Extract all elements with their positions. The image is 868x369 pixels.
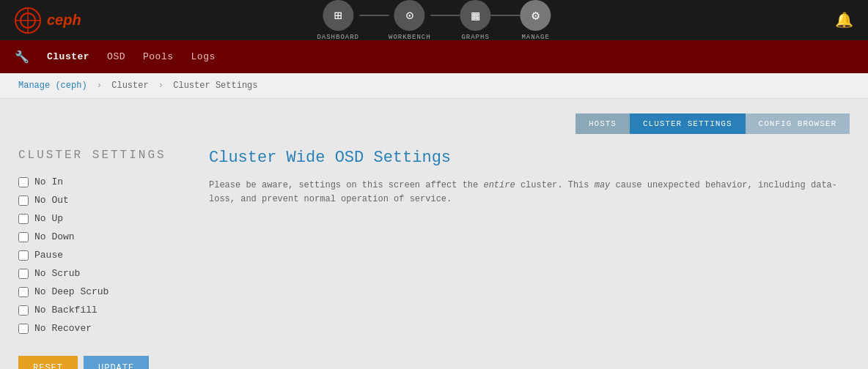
graphs-label: GRAPHS	[461, 34, 489, 41]
breadcrumb-cluster-settings: Cluster Settings	[173, 81, 257, 91]
breadcrumb: Manage (ceph) › Cluster › Cluster Settin…	[0, 73, 868, 99]
osd-desc-part1: Please be aware, settings on this screen…	[209, 180, 483, 190]
checkbox-no-recover-label: No Recover	[34, 323, 92, 334]
osd-settings-description: Please be aware, settings on this screen…	[209, 179, 850, 206]
notifications-bell-icon[interactable]: 🔔	[835, 11, 853, 29]
checkbox-no-in-input[interactable]	[18, 177, 29, 187]
checkbox-no-backfill-input[interactable]	[18, 305, 29, 316]
nav-item-dashboard[interactable]: ⊞ DASHBOARD	[317, 0, 359, 41]
dashboard-label: DASHBOARD	[317, 34, 359, 41]
breadcrumb-manage[interactable]: Manage (ceph)	[18, 81, 87, 91]
reset-button[interactable]: RESET	[18, 356, 78, 369]
nav-item-workbench[interactable]: ⊙ WORKBENCH	[389, 0, 431, 41]
checkbox-no-out[interactable]: No Out	[18, 195, 180, 206]
checkbox-no-scrub[interactable]: No Scrub	[18, 268, 180, 279]
checkbox-no-down-label: No Down	[34, 231, 75, 242]
top-navigation: ceph ⊞ DASHBOARD ⊙ WORKBENCH ▦ GRAPHS ⚙ …	[0, 0, 868, 40]
checkbox-pause-label: Pause	[34, 250, 63, 261]
checkbox-no-scrub-input[interactable]	[18, 269, 29, 279]
dashboard-icon: ⊞	[323, 0, 353, 31]
checkbox-pause-input[interactable]	[18, 250, 29, 261]
checkbox-no-deep-scrub-label: No Deep Scrub	[34, 286, 108, 297]
main-nav: ⊞ DASHBOARD ⊙ WORKBENCH ▦ GRAPHS ⚙ MANAG…	[317, 0, 551, 41]
checkbox-no-in[interactable]: No In	[18, 176, 180, 187]
osd-desc-italic1: entire	[483, 180, 515, 190]
content-area: CLUSTER SETTINGS No In No Out No Up No D…	[18, 149, 850, 369]
graphs-icon: ▦	[460, 0, 491, 31]
checkbox-no-up-input[interactable]	[18, 214, 29, 224]
checkbox-no-backfill-label: No Backfill	[34, 305, 98, 316]
manage-icon: ⚙	[521, 0, 551, 31]
checkbox-pause[interactable]: Pause	[18, 250, 180, 261]
checkbox-no-backfill[interactable]: No Backfill	[18, 305, 180, 316]
checkbox-no-up-label: No Up	[34, 213, 63, 224]
nav-item-graphs[interactable]: ▦ GRAPHS	[460, 0, 491, 41]
subnav-osd[interactable]: OSD	[98, 51, 134, 62]
checkbox-no-down[interactable]: No Down	[18, 231, 180, 242]
checkbox-no-up[interactable]: No Up	[18, 213, 180, 224]
nav-item-manage[interactable]: ⚙ MANAGE	[521, 0, 551, 41]
breadcrumb-sep-2: ›	[158, 81, 163, 91]
breadcrumb-cluster: Cluster	[111, 81, 148, 91]
workbench-icon: ⊙	[394, 0, 425, 31]
manage-label: MANAGE	[521, 34, 549, 41]
checkbox-no-down-input[interactable]	[18, 232, 29, 242]
app-name: ceph	[47, 12, 81, 29]
bottom-buttons: RESET UPDATE	[18, 356, 180, 369]
tabs-row: HOSTS CLUSTER SETTINGS CONFIG BROWSER	[18, 113, 850, 134]
checkbox-no-recover[interactable]: No Recover	[18, 323, 180, 334]
nav-connector-2	[431, 15, 460, 16]
ceph-logo-icon	[15, 7, 41, 34]
tab-cluster-settings[interactable]: CLUSTER SETTINGS	[630, 113, 746, 134]
logo: ceph	[15, 7, 81, 34]
checkbox-no-deep-scrub[interactable]: No Deep Scrub	[18, 286, 180, 297]
nav-connector-1	[359, 15, 389, 16]
sub-navigation: 🔧 Cluster OSD Pools Logs	[0, 40, 868, 73]
subnav-logs[interactable]: Logs	[183, 51, 224, 62]
checkbox-list: No In No Out No Up No Down Pause	[18, 176, 180, 334]
update-button[interactable]: UPDATE	[84, 356, 149, 369]
checkbox-no-out-input[interactable]	[18, 195, 29, 206]
subnav-pools[interactable]: Pools	[134, 51, 183, 62]
osd-desc-italic2: may	[595, 180, 611, 190]
osd-desc-part2: cluster. This	[515, 180, 595, 190]
nav-connector-3	[491, 15, 521, 16]
checkbox-no-out-label: No Out	[34, 195, 69, 206]
wrench-icon: 🔧	[15, 50, 29, 64]
checkbox-no-scrub-label: No Scrub	[34, 268, 80, 279]
tab-hosts[interactable]: HOSTS	[575, 113, 630, 134]
main-content: HOSTS CLUSTER SETTINGS CONFIG BROWSER CL…	[0, 99, 868, 369]
tab-config-browser[interactable]: CONFIG BROWSER	[746, 113, 850, 134]
checkbox-no-deep-scrub-input[interactable]	[18, 287, 29, 297]
osd-settings-title: Cluster Wide OSD Settings	[209, 149, 850, 167]
checkbox-no-in-label: No In	[34, 176, 63, 187]
checkbox-no-recover-input[interactable]	[18, 324, 29, 334]
breadcrumb-sep-1: ›	[97, 81, 102, 91]
left-panel: CLUSTER SETTINGS No In No Out No Up No D…	[18, 149, 180, 369]
subnav-cluster[interactable]: Cluster	[38, 51, 98, 62]
section-title: CLUSTER SETTINGS	[18, 149, 180, 162]
right-panel: Cluster Wide OSD Settings Please be awar…	[202, 149, 850, 369]
workbench-label: WORKBENCH	[389, 34, 431, 41]
